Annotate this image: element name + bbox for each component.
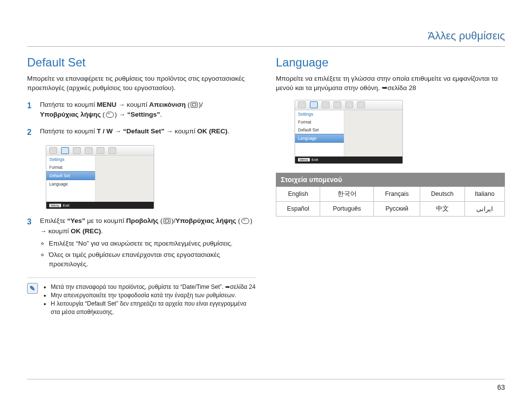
bullet: Όλες οι τιμές ρυθμίσεων επανέρχονται στι…	[49, 250, 256, 269]
panel-item: Format	[46, 163, 95, 171]
tab-icon	[108, 147, 116, 154]
lang-cell: Français	[374, 187, 420, 201]
tab-icon	[357, 101, 365, 108]
languages-table: English 한국어 Français Deutsch Italiano Es…	[276, 187, 505, 217]
lang-cell: English	[276, 187, 320, 201]
step-2: 2 Πατήστε το κουμπί T / W → “Default Set…	[27, 126, 256, 138]
lang-cell: Deutsch	[420, 187, 465, 201]
tab-icon	[333, 101, 341, 108]
panel-section: Settings	[46, 156, 95, 163]
note-icon: ✎	[27, 283, 38, 294]
footer-key: Menu	[298, 158, 310, 161]
display-icon	[164, 218, 170, 224]
footer-label: Exit	[312, 157, 318, 162]
lang-cell: Italiano	[465, 187, 504, 201]
panel-item-highlight: Default Set	[46, 171, 95, 180]
default-set-intro: Μπορείτε να επαναφέρετε τις ρυθμίσεις το…	[27, 74, 256, 93]
step-3: 3 Επιλέξτε “Yes” με το κουμπί Προβολής (…	[27, 216, 256, 271]
table-row: English 한국어 Français Deutsch Italiano	[276, 187, 505, 201]
lang-cell: Español	[276, 201, 320, 216]
lang-cell: Русский	[374, 201, 420, 216]
panel-item: Language	[46, 180, 95, 188]
note-box: ✎ Μετά την επαναφορά του προϊόντος, ρυθμ…	[27, 278, 256, 316]
footer-rule	[27, 379, 505, 379]
lang-cell: ایرانی	[465, 201, 504, 216]
lang-cell: Português	[320, 201, 374, 216]
tab-icon	[97, 147, 104, 154]
step-number: 3	[27, 216, 35, 271]
display-icon	[191, 102, 198, 108]
lang-cell: 中文	[420, 201, 465, 216]
step-number: 1	[27, 100, 35, 120]
tab-icon	[85, 147, 93, 154]
footer-key: Menu	[49, 204, 61, 207]
step-1: 1 Πατήστε το κουμπί MENU → κουμπί Απεικό…	[27, 100, 256, 120]
panel-item: Format	[295, 118, 344, 126]
left-column: Default Set Μπορείτε να επαναφέρετε τις …	[27, 56, 256, 316]
note-item: Η λειτουργία “Default Set” δεν επηρεάζει…	[51, 300, 256, 316]
submenu-header: Στοιχεία υπομενού	[276, 173, 505, 187]
tab-icon	[322, 101, 330, 108]
panel-item: Default Set	[295, 126, 344, 134]
header-title: Άλλες ρυθμίσεις	[428, 30, 505, 42]
tab-icon	[298, 101, 306, 108]
right-column: Language Μπορείτε να επιλέξετε τη γλώσσα…	[276, 56, 505, 316]
tab-icon	[345, 101, 353, 108]
note-item: Μην απενεργοποιείτε την τροφοδοσία κατά …	[51, 291, 256, 300]
language-intro: Μπορείτε να επιλέξετε τη γλώσσα στην οπο…	[276, 74, 505, 93]
tab-icon-active	[61, 147, 69, 154]
underwater-icon	[241, 218, 249, 224]
note-item: Μετά την επαναφορά του προϊόντος, ρυθμίσ…	[51, 283, 256, 291]
page-header: Άλλες ρυθμίσεις	[27, 30, 505, 47]
lang-cell: 한국어	[320, 187, 374, 201]
language-heading: Language	[276, 56, 505, 69]
footer-label: Exit	[63, 203, 69, 208]
tab-icon	[73, 147, 81, 154]
underwater-icon	[106, 112, 114, 118]
step-number: 2	[27, 126, 35, 138]
bullet: Επιλέξτε “No” για να ακυρώσετε τις προεπ…	[49, 239, 256, 249]
default-set-heading: Default Set	[27, 56, 256, 69]
page-number: 63	[497, 383, 505, 391]
panel-item-highlight: Language	[295, 134, 344, 143]
device-screenshot-2: Settings Format Default Set Language Men…	[295, 100, 403, 164]
tab-icon	[49, 147, 57, 154]
panel-section: Settings	[295, 110, 344, 118]
table-row: Español Português Русский 中文 ایرانی	[276, 201, 505, 216]
tab-icon-active	[310, 101, 318, 108]
device-screenshot-1: Settings Format Default Set Language Men…	[46, 145, 154, 209]
